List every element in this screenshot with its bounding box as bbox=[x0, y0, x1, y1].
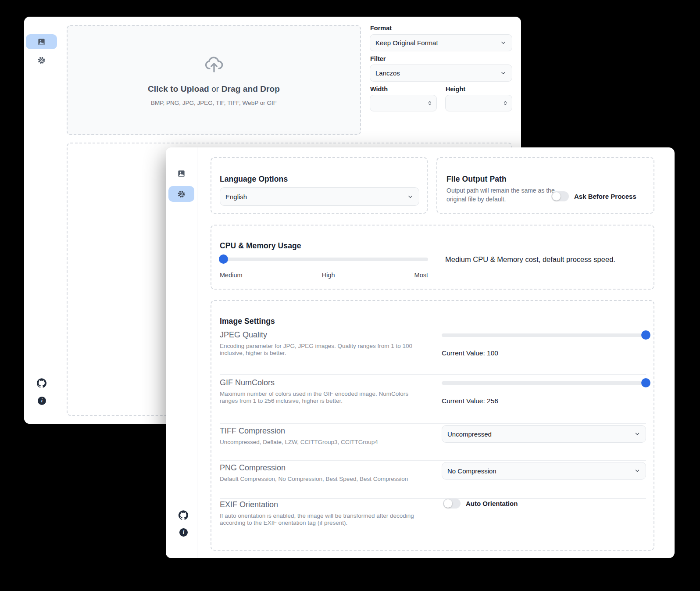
row-divider bbox=[220, 423, 646, 424]
upload-dropzone[interactable]: Click to Upload or Drag and Drop BMP, PN… bbox=[67, 25, 361, 135]
format-label: Format bbox=[370, 25, 392, 32]
stepper-icon[interactable] bbox=[502, 100, 508, 106]
sidebar-item-images[interactable] bbox=[168, 166, 194, 181]
tiff-compression-row: TIFF Compression Uncompressed, Deflate, … bbox=[220, 426, 646, 461]
slider-label-high: High bbox=[322, 272, 335, 279]
cpu-slider-labels: Medium High Most bbox=[220, 272, 428, 279]
file-output-path-section: File Output Path Output path will remain… bbox=[436, 157, 654, 214]
chevron-down-icon bbox=[500, 70, 507, 76]
github-icon[interactable] bbox=[37, 378, 46, 388]
image-icon bbox=[37, 38, 46, 46]
png-compression-value: No Compression bbox=[447, 467, 496, 475]
row-divider bbox=[220, 498, 646, 499]
image-icon bbox=[177, 169, 186, 178]
tiff-compression-select[interactable]: Uncompressed bbox=[442, 425, 646, 443]
width-label: Width bbox=[370, 86, 388, 93]
section-title: CPU & Memory Usage bbox=[220, 241, 301, 251]
section-title: Image Settings bbox=[220, 317, 275, 326]
row-divider bbox=[220, 460, 646, 461]
sidebar-item-settings[interactable] bbox=[168, 186, 194, 202]
filter-label: Filter bbox=[370, 55, 386, 62]
cpu-status-text: Medium CPU & Memory cost, default proces… bbox=[445, 255, 615, 264]
gif-numcolors-row: GIF NumColors Maximum number of colors u… bbox=[220, 378, 646, 422]
sidebar-item-images[interactable] bbox=[26, 34, 57, 49]
jpeg-current-value: Current Value: 100 bbox=[442, 349, 498, 357]
tiff-compression-value: Uncompressed bbox=[447, 430, 492, 438]
cpu-memory-slider[interactable] bbox=[220, 258, 428, 261]
slider-thumb[interactable] bbox=[641, 330, 650, 340]
gif-numcolors-slider[interactable] bbox=[442, 381, 648, 385]
row-divider bbox=[220, 374, 646, 375]
settings-window: i Language Options English File Output P… bbox=[166, 147, 675, 558]
github-icon[interactable] bbox=[179, 510, 188, 520]
row-description: If auto orientation is enabled, the imag… bbox=[220, 512, 426, 527]
row-description: Maximum number of colors used in the GIF… bbox=[220, 390, 426, 405]
jpeg-quality-slider[interactable] bbox=[442, 333, 648, 337]
height-input[interactable] bbox=[445, 95, 512, 111]
info-icon[interactable]: i bbox=[179, 528, 188, 537]
toggle-knob bbox=[444, 499, 452, 508]
height-label: Height bbox=[446, 86, 465, 93]
section-title: Language Options bbox=[220, 175, 288, 184]
height-field[interactable] bbox=[446, 95, 502, 111]
gif-current-value: Current Value: 256 bbox=[442, 397, 498, 405]
row-description: Default Compression, No Compression, Bes… bbox=[220, 476, 426, 483]
jpeg-quality-row: JPEG Quality Encoding parameter for JPG,… bbox=[220, 330, 646, 374]
slider-label-most: Most bbox=[414, 272, 428, 279]
format-select[interactable]: Keep Original Format bbox=[370, 34, 512, 51]
exif-orientation-row: EXIF Orientation If auto orientation is … bbox=[220, 500, 646, 544]
language-value: English bbox=[225, 193, 247, 201]
chevron-down-icon bbox=[634, 431, 640, 437]
gear-icon bbox=[37, 56, 46, 65]
filter-value: Lanczos bbox=[375, 69, 400, 77]
section-title: File Output Path bbox=[446, 175, 507, 184]
stepper-icon[interactable] bbox=[427, 100, 433, 106]
upload-formats: BMP, PNG, JPG, JPEG, TIF, TIFF, WebP or … bbox=[151, 100, 277, 106]
filter-select[interactable]: Lanczos bbox=[370, 64, 512, 82]
toggle-knob bbox=[552, 192, 561, 201]
format-value: Keep Original Format bbox=[375, 39, 438, 47]
sidebar: i bbox=[24, 17, 59, 424]
cpu-memory-section: CPU & Memory Usage Medium High Most Medi… bbox=[211, 225, 654, 290]
slider-label-medium: Medium bbox=[220, 272, 243, 279]
chevron-down-icon bbox=[407, 193, 414, 200]
ask-before-process-toggle[interactable] bbox=[551, 191, 569, 201]
output-path-description: Output path will remain the same as the … bbox=[446, 186, 556, 204]
image-settings-section: Image Settings JPEG Quality Encoding par… bbox=[211, 300, 654, 551]
png-compression-row: PNG Compression Default Compression, No … bbox=[220, 463, 646, 498]
sidebar: i bbox=[166, 147, 197, 558]
row-description: Encoding parameter for JPG, JPEG images.… bbox=[220, 343, 426, 357]
info-icon[interactable]: i bbox=[38, 397, 46, 405]
sidebar-item-settings[interactable] bbox=[26, 53, 57, 68]
width-field[interactable] bbox=[370, 95, 427, 111]
ask-before-process-label: Ask Before Process bbox=[574, 193, 636, 200]
chevron-down-icon bbox=[500, 39, 507, 46]
upload-cloud-icon bbox=[204, 54, 225, 77]
png-compression-select[interactable]: No Compression bbox=[442, 462, 646, 480]
slider-thumb[interactable] bbox=[219, 254, 228, 264]
width-input[interactable] bbox=[370, 95, 437, 111]
auto-orientation-label: Auto Orientation bbox=[466, 500, 518, 507]
chevron-down-icon bbox=[634, 468, 640, 474]
upload-title: Click to Upload or Drag and Drop bbox=[148, 84, 280, 94]
slider-thumb[interactable] bbox=[641, 378, 650, 387]
language-options-section: Language Options English bbox=[211, 157, 428, 214]
language-select[interactable]: English bbox=[220, 187, 419, 206]
row-description: Uncompressed, Deflate, LZW, CCITTGroup3,… bbox=[220, 439, 426, 446]
gear-icon bbox=[177, 190, 186, 199]
auto-orientation-toggle[interactable] bbox=[443, 498, 461, 509]
